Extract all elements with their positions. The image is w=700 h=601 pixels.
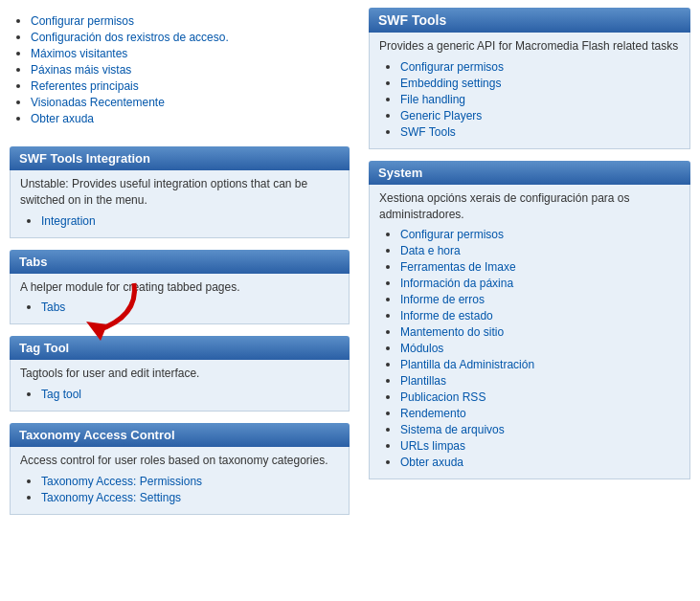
taxonomy-access-control-section: Taxonomy Access Control Access control f…	[10, 423, 350, 515]
list-link[interactable]: Embedding settings	[400, 77, 501, 90]
list-item: Integration	[41, 213, 339, 228]
list-link[interactable]: Páxinas máis vistas	[31, 63, 131, 77]
list-link[interactable]: Obter axuda	[400, 456, 463, 469]
list-item: Taxonomy Access: Settings	[41, 490, 339, 504]
list-link[interactable]: Taxonomy Access: Settings	[41, 491, 181, 504]
swf-tools-integration-header: SWF Tools Integration	[10, 146, 350, 170]
list-item: Data e hora	[400, 243, 680, 257]
list-link[interactable]: Sistema de arquivos	[400, 423, 505, 436]
list-item: Obter axuda	[31, 111, 350, 125]
list-item: Información da páxina	[400, 276, 680, 290]
system-header: System	[369, 161, 690, 185]
top-list: Configurar permisosConfiguración dos rex…	[10, 8, 350, 135]
list-item: Configurar permisos	[400, 59, 680, 74]
list-link[interactable]: Referentes principais	[31, 79, 139, 93]
list-link[interactable]: URLs limpas	[400, 439, 465, 453]
list-item: Tag tool	[41, 387, 339, 401]
list-item: Sistema de arquivos	[400, 422, 680, 436]
tabs-desc: A helper module for creating tabbed page…	[20, 279, 339, 296]
list-link[interactable]: Informe de estado	[400, 309, 493, 323]
list-link[interactable]: Máximos visitantes	[31, 47, 127, 60]
list-item: Generic Players	[400, 108, 680, 122]
tag-tool-header: Tag Tool	[10, 336, 350, 360]
list-link[interactable]: Plantilla da Administración	[400, 358, 534, 371]
list-item: Ferramentas de Imaxe	[400, 259, 680, 274]
list-link[interactable]: Configurar permisos	[31, 14, 134, 28]
list-item: Configuración dos rexistros de acceso.	[31, 30, 350, 44]
list-item: Embedding settings	[400, 76, 680, 90]
list-item: URLs limpas	[400, 438, 680, 453]
list-item: File handling	[400, 92, 680, 106]
list-item: Visionadas Recentemente	[31, 95, 350, 109]
list-item: SWF Tools	[400, 124, 680, 139]
system-section: System Xestiona opcións xerais de config…	[369, 161, 690, 480]
tag-tool-section: Tag Tool Tagtools for user and edit inte…	[10, 336, 350, 412]
list-link[interactable]: Configurar permisos	[400, 60, 504, 74]
list-link[interactable]: Generic Players	[400, 109, 482, 122]
list-item: Rendemento	[400, 406, 680, 420]
list-link[interactable]: Integration	[41, 214, 96, 228]
list-link[interactable]: Taxonomy Access: Permissions	[41, 475, 202, 488]
list-item: Plantilla da Administración	[400, 357, 680, 371]
list-item: Informe de estado	[400, 308, 680, 323]
swf-tools-integration-desc: Unstable: Provides useful integration op…	[20, 176, 339, 209]
swf-tools-section: SWF Tools Provides a generic API for Mac…	[369, 8, 690, 149]
list-item: Obter axuda	[400, 455, 680, 469]
taxonomy-access-control-header: Taxonomy Access Control	[10, 423, 350, 447]
list-link[interactable]: Información da páxina	[400, 277, 513, 290]
list-item: Plantillas	[400, 373, 680, 388]
list-item: Publicacion RSS	[400, 390, 680, 404]
list-link[interactable]: SWF Tools	[400, 125, 456, 139]
swf-tools-right-header: SWF Tools	[369, 8, 690, 33]
tabs-section: Tabs A helper module for creating tabbed…	[10, 250, 350, 325]
list-item: Máximos visitantes	[31, 46, 350, 60]
list-link[interactable]: Data e hora	[400, 244, 461, 257]
list-link[interactable]: Tag tool	[41, 388, 81, 401]
list-item: Taxonomy Access: Permissions	[41, 474, 339, 488]
list-link[interactable]: Obter axuda	[31, 112, 94, 125]
list-link[interactable]: Informe de erros	[400, 293, 485, 306]
list-link[interactable]: Ferramentas de Imaxe	[400, 260, 516, 274]
list-item: Configurar permisos	[31, 13, 350, 28]
taxonomy-access-control-desc: Access control for user roles based on t…	[20, 453, 339, 469]
tabs-header: Tabs	[10, 250, 350, 274]
list-item: Informe de erros	[400, 292, 680, 306]
list-item: Módulos	[400, 341, 680, 355]
tag-tool-desc: Tagtools for user and edit interface.	[20, 366, 339, 382]
list-item: Mantemento do sitio	[400, 324, 680, 339]
swf-tools-right-desc: Provides a generic API for Macromedia Fl…	[379, 38, 680, 55]
list-link[interactable]: Configuración dos rexistros de acceso.	[31, 31, 229, 44]
list-link[interactable]: Rendemento	[400, 407, 466, 420]
list-item: Tabs	[41, 300, 339, 314]
list-link[interactable]: Visionadas Recentemente	[31, 96, 165, 109]
list-link[interactable]: File handling	[400, 93, 465, 106]
list-item: Páxinas máis vistas	[31, 62, 350, 77]
system-desc: Xestiona opcións xerais de configuración…	[379, 190, 680, 223]
list-link[interactable]: Tabs	[41, 300, 65, 314]
list-link[interactable]: Publicacion RSS	[400, 390, 485, 404]
list-link[interactable]: Configurar permisos	[400, 228, 504, 241]
list-link[interactable]: Mantemento do sitio	[400, 325, 504, 339]
swf-tools-integration-section: SWF Tools Integration Unstable: Provides…	[10, 146, 350, 238]
list-item: Configurar permisos	[400, 227, 680, 241]
list-link[interactable]: Plantillas	[400, 374, 446, 388]
list-link[interactable]: Módulos	[400, 342, 443, 355]
list-item: Referentes principais	[31, 78, 350, 93]
